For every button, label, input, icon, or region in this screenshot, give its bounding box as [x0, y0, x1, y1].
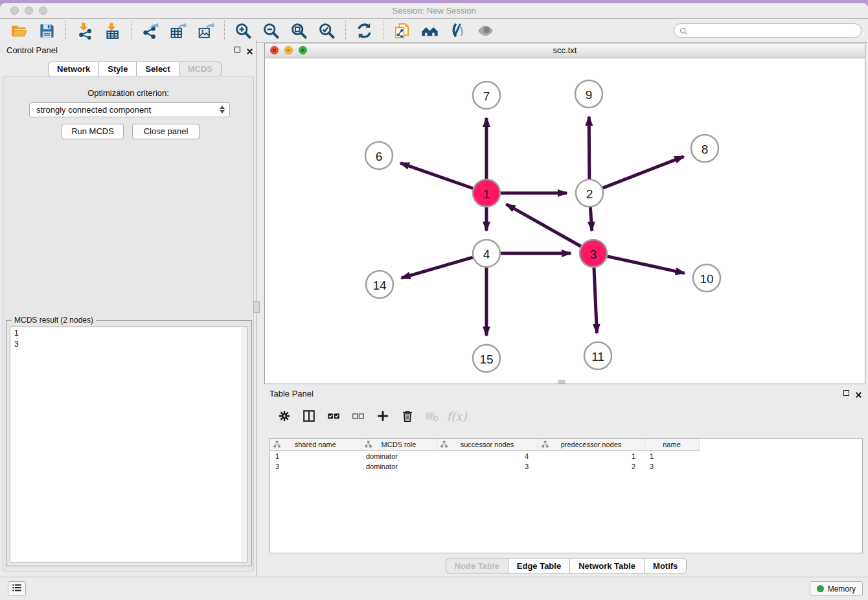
refresh-button[interactable]: [356, 22, 373, 40]
node-label: 9: [586, 88, 593, 102]
gear-icon: [277, 409, 291, 423]
graph-node-15[interactable]: 15: [473, 345, 500, 372]
home-button[interactable]: [421, 22, 439, 40]
task-history-button[interactable]: [8, 581, 26, 596]
export-image-icon: [197, 22, 214, 40]
graph-node-9[interactable]: 9: [575, 80, 602, 108]
save-session-button[interactable]: [38, 22, 56, 40]
cell-successor-nodes: 4: [437, 451, 538, 462]
edge-2-8[interactable]: [603, 157, 684, 188]
zoom-fit-button[interactable]: [290, 22, 308, 40]
optimization-criterion-label: Optimization criterion:: [3, 88, 253, 98]
cell-shared-name: 1: [270, 451, 361, 462]
tab-edge-table[interactable]: Edge Table: [508, 559, 570, 573]
graph-node-14[interactable]: 14: [366, 271, 393, 298]
graph-node-11[interactable]: 11: [584, 342, 611, 369]
memory-button[interactable]: Memory: [810, 581, 863, 596]
column-header-shared-name[interactable]: shared name: [270, 439, 361, 451]
column-header-name[interactable]: name: [645, 439, 699, 451]
control-panel-float-icon[interactable]: [234, 47, 240, 52]
select-all-icon: [326, 409, 341, 423]
style-brush-icon: [449, 22, 466, 40]
tab-node-table[interactable]: Node Table: [446, 559, 508, 573]
column-header-successor-nodes[interactable]: successor nodes: [437, 439, 538, 451]
criterion-dropdown[interactable]: strongly connected component: [29, 102, 230, 117]
edge-3-10[interactable]: [607, 257, 684, 273]
table-row[interactable]: 1dominator411: [270, 451, 862, 462]
import-table-icon: [104, 22, 121, 40]
edge-4-14[interactable]: [402, 257, 473, 278]
import-table-button[interactable]: [104, 22, 121, 40]
graph-node-7[interactable]: 7: [473, 82, 500, 109]
result-line: 1: [14, 328, 243, 339]
close-panel-button[interactable]: Close panel: [132, 124, 200, 139]
table-delete-icon: [425, 409, 439, 423]
edge-3-1[interactable]: [506, 204, 580, 246]
tab-network-table[interactable]: Network Table: [569, 559, 645, 573]
splitter-handle[interactable]: [253, 301, 260, 313]
toolbar-separator: [131, 21, 131, 40]
export-table-icon: [169, 22, 187, 40]
cell-filler: [699, 451, 862, 462]
plus-icon: [376, 409, 390, 423]
control-panel-close-icon[interactable]: [246, 46, 253, 53]
edge-3-11[interactable]: [594, 268, 597, 333]
delete-columns-button[interactable]: [400, 408, 415, 424]
add-column-button[interactable]: [375, 408, 391, 424]
import-network-button[interactable]: [76, 22, 93, 40]
export-table-button[interactable]: [169, 22, 187, 40]
duplicate-network-button[interactable]: [393, 22, 411, 40]
style-button[interactable]: [449, 22, 466, 40]
run-mcds-button[interactable]: Run MCDS: [62, 124, 124, 139]
search-input[interactable]: [691, 25, 859, 38]
tab-select[interactable]: Select: [136, 62, 179, 76]
node-label: 6: [376, 150, 383, 163]
zoom-in-button[interactable]: [234, 22, 252, 40]
show-hide-button[interactable]: [477, 22, 494, 40]
zoom-in-icon: [234, 22, 252, 40]
table-row[interactable]: 3dominator323: [270, 461, 862, 472]
memory-label: Memory: [828, 584, 856, 594]
edge-2-3[interactable]: [590, 207, 591, 231]
column-label: shared name: [295, 441, 336, 448]
statusbar: Memory: [0, 577, 868, 600]
network-canvas[interactable]: 7968124314101511: [265, 58, 865, 384]
result-scrollbar[interactable]: [242, 327, 247, 562]
table-panel-close-icon[interactable]: [855, 389, 862, 397]
table-tabbar: Node TableEdge TableNetwork TableMotifs: [264, 559, 868, 573]
tab-mcds[interactable]: MCDS: [179, 62, 222, 76]
show-columns-button[interactable]: [301, 408, 317, 424]
cell-predecessor-nodes: 2: [538, 461, 645, 472]
graph-node-4[interactable]: 4: [473, 240, 500, 267]
mcds-result-text[interactable]: 1 3: [10, 327, 247, 562]
tab-style[interactable]: Style: [98, 62, 137, 76]
cell-filler: [699, 461, 862, 472]
graph-node-8[interactable]: 8: [691, 135, 718, 162]
export-image-button[interactable]: [197, 22, 214, 40]
deselect-all-button[interactable]: [350, 408, 366, 424]
tab-motifs[interactable]: Motifs: [644, 559, 687, 573]
canvas-resize-grip[interactable]: [558, 380, 565, 384]
delete-table-button: [424, 408, 440, 424]
column-header-predecessor-nodes[interactable]: predecessor nodes: [538, 439, 645, 451]
select-all-button[interactable]: [326, 408, 341, 424]
graph-node-10[interactable]: 10: [693, 264, 720, 292]
graph-node-2[interactable]: 2: [576, 179, 603, 207]
node-label: 11: [591, 350, 604, 363]
node-label: 4: [483, 248, 490, 261]
tab-network[interactable]: Network: [48, 62, 99, 76]
zoom-selected-button[interactable]: [318, 22, 336, 40]
edge-1-6[interactable]: [400, 163, 473, 189]
export-network-button[interactable]: [141, 22, 159, 40]
graph-node-6[interactable]: 6: [365, 142, 393, 169]
graph-node-3[interactable]: 3: [580, 240, 607, 267]
zoom-out-button[interactable]: [262, 22, 280, 40]
graph-node-1[interactable]: 1: [473, 179, 500, 207]
network-window-titlebar[interactable]: scc.txt: [265, 43, 865, 58]
cell-name: 1: [645, 451, 699, 462]
table-settings-button[interactable]: [277, 408, 292, 424]
column-header-MCDS-role[interactable]: MCDS role: [361, 439, 437, 451]
edge-2-9[interactable]: [589, 117, 589, 179]
open-session-button[interactable]: [10, 22, 28, 40]
table-panel-float-icon[interactable]: [843, 390, 849, 396]
